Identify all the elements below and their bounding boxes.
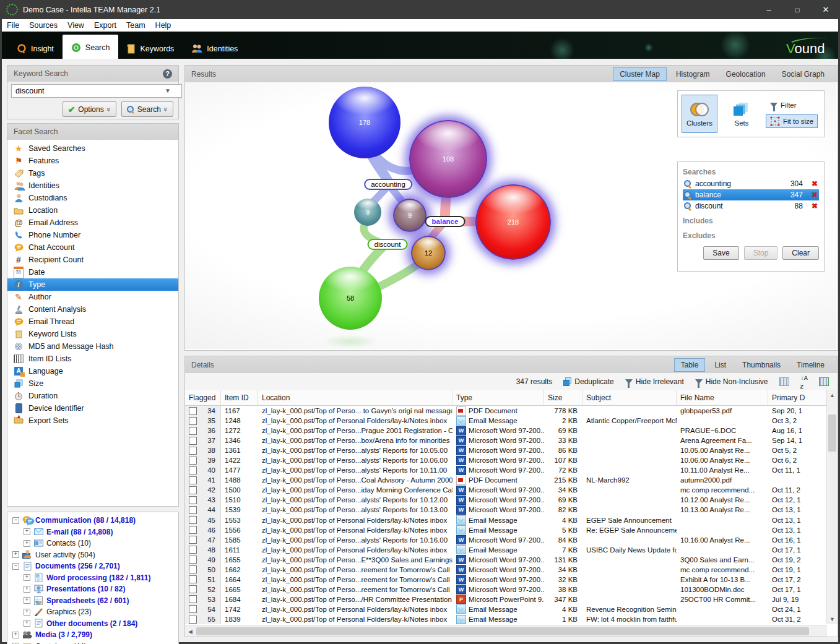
cluster-bubble[interactable]: 108 [409,120,487,198]
collapse-icon[interactable]: − [12,563,19,570]
flag-checkbox[interactable] [189,595,197,603]
flag-checkbox[interactable] [189,476,197,484]
facet-item-date[interactable]: 31Date [7,266,178,278]
tree-item-media[interactable]: +Media (3 / 2,799) [10,629,178,641]
sets-button[interactable]: Sets [724,95,760,133]
column-header-file-name[interactable]: File Name [677,390,768,405]
column-header-primary-d[interactable]: Primary D [768,390,827,405]
tree-item-other-documents[interactable]: +Other documents (2 / 184) [10,618,178,630]
options-button[interactable]: ✔ Options » [63,101,116,117]
tree-item-contacts[interactable]: +Contacts (10) [10,538,178,549]
facet-item-duration[interactable]: Duration [7,390,178,402]
column-header-size[interactable]: Size [544,390,582,405]
cluster-bubble[interactable]: 178 [329,87,401,158]
table-row[interactable]: 551839zl_lay-k_000.pst/Top of Personal F… [185,614,827,624]
expand-icon[interactable]: + [24,540,30,547]
expand-icon[interactable]: + [24,528,30,535]
flag-checkbox[interactable] [189,526,197,534]
flag-checkbox[interactable] [189,437,197,445]
column-header-item-id[interactable]: Item ID [221,390,258,405]
expand-icon[interactable]: + [12,551,19,558]
close-button[interactable]: ✕ [812,0,840,19]
table-row[interactable]: 381361zl_lay-k_000.pst/Top of Perso...al… [185,445,827,455]
details-tab-timeline[interactable]: Timeline [790,358,831,372]
facet-item-content-analysis[interactable]: Content Analysis [7,303,178,316]
facet-item-language[interactable]: ALanguage [7,365,178,377]
flag-checkbox[interactable] [189,466,197,474]
table-row[interactable]: 521665zl_lay-k_000.pst/Top of Perso...re… [185,585,827,595]
facet-item-phone-number[interactable]: Phone Number [7,229,178,241]
menu-file[interactable]: File [2,20,24,31]
tab-keywords[interactable]: Keywords [118,38,183,59]
flag-checkbox[interactable] [189,575,197,583]
flag-checkbox[interactable] [189,457,197,465]
facet-item-identities[interactable]: Identities [7,179,178,192]
facet-item-md5-and-message-hash[interactable]: MD5 and Message Hash [7,340,178,353]
facet-item-size[interactable]: Size [7,377,178,390]
minimize-button[interactable]: – [755,0,783,19]
table-row[interactable]: 391422zl_lay-k_000.pst/Top of Perso...al… [185,455,827,465]
expand-icon[interactable]: + [24,586,30,593]
facet-item-email-thread[interactable]: Email Thread [7,316,178,328]
vertical-scrollbar[interactable]: ▲ ▼ [826,390,838,624]
search-row-discount[interactable]: discount88✖ [683,200,819,212]
flag-checkbox[interactable] [189,496,197,504]
expand-icon[interactable]: + [24,574,30,581]
flag-checkbox[interactable] [189,506,197,514]
facet-item-recipient-count[interactable]: #Recipient Count [7,254,178,266]
clear-button[interactable]: Clear [782,246,819,260]
fit-to-size-button[interactable]: Fit to size [766,114,818,128]
menu-help[interactable]: Help [150,20,176,31]
table-row[interactable]: 531684zl_lay-k_000.pst/Top of Perso.../H… [185,595,827,604]
table-row[interactable]: 371346zl_lay-k_000.pst/Top of Perso...bo… [185,436,827,445]
grid-check-icon[interactable] [819,377,829,386]
flag-checkbox[interactable] [189,516,197,524]
table-row[interactable]: 491655zl_lay-k_000.pst/Top of Perso...E*… [185,555,827,565]
tree-item-containers[interactable]: +Containers (44) [10,641,178,644]
clusters-button[interactable]: Clusters [682,95,717,133]
maximize-button[interactable]: □ [783,0,812,19]
table-row[interactable]: 481611zl_lay-k_000.pst/Top of Personal F… [185,545,827,555]
facet-item-author[interactable]: ✎Author [7,291,178,303]
facet-item-features[interactable]: ⚑Features [7,155,178,167]
facet-item-email-address[interactable]: @Email Address [7,217,178,229]
tab-insight[interactable]: Insight [8,38,63,59]
deduplicate-button[interactable]: Deduplicate [563,377,613,386]
flag-checkbox[interactable] [189,447,197,455]
facet-item-device-identifier[interactable]: Device Identifier [7,402,178,414]
table-row[interactable]: 351248zl_lay-k_000.pst/Top of Personal F… [185,416,827,426]
remove-search-icon[interactable]: ✖ [812,202,818,210]
tree-item-e-mail[interactable]: +E-mail (88 / 14,808) [10,526,178,538]
chevron-down-icon[interactable]: ▼ [165,87,171,94]
facet-item-saved-searches[interactable]: ★Saved Searches [7,142,178,155]
horizontal-scrollbar[interactable]: ◀ [185,625,827,637]
menu-sources[interactable]: Sources [24,20,63,31]
table-row[interactable]: 341167zl_lay-k_000.pst/Top of Perso... t… [185,406,827,416]
results-tab-geolocation[interactable]: Geolocation [719,67,773,81]
tree-item-communication[interactable]: −Communication (88 / 14,818) [10,515,178,526]
expand-icon[interactable]: + [24,609,30,616]
remove-search-icon[interactable]: ✖ [812,179,818,188]
sort-az-icon[interactable]: ↓AZ [800,373,808,390]
results-tab-histogram[interactable]: Histogram [669,67,717,81]
scroll-up-icon[interactable]: ▲ [827,390,838,400]
flag-checkbox[interactable] [189,486,197,494]
scroll-left-icon[interactable]: ◀ [185,626,196,637]
search-button[interactable]: Search » [121,101,173,117]
facet-item-tags[interactable]: Tags [7,167,178,179]
flag-checkbox[interactable] [189,616,197,624]
tab-search[interactable]: Search [63,35,119,59]
expand-icon[interactable]: + [12,632,19,638]
search-row-balance[interactable]: balance347✖ [683,189,819,200]
tab-identities[interactable]: Identities [183,38,246,59]
collapse-icon[interactable]: − [12,517,19,524]
expand-icon[interactable]: + [24,597,30,604]
column-grid-icon[interactable] [779,377,789,386]
tree-item-user-activity[interactable]: +User activity (504) [10,549,178,561]
table-row[interactable]: 461556zl_lay-k_000.pst/Top of Personal F… [185,525,827,535]
hide-non-inclusive-button[interactable]: Hide Non-Inclusive [695,377,768,386]
cluster-map[interactable]: Clusters Sets Filter [185,82,836,349]
table-row[interactable]: 501662zl_lay-k_000.pst/Top of Perso...re… [185,565,827,575]
remove-search-icon[interactable]: ✖ [812,191,818,199]
scrollbar-thumb[interactable] [828,414,836,452]
